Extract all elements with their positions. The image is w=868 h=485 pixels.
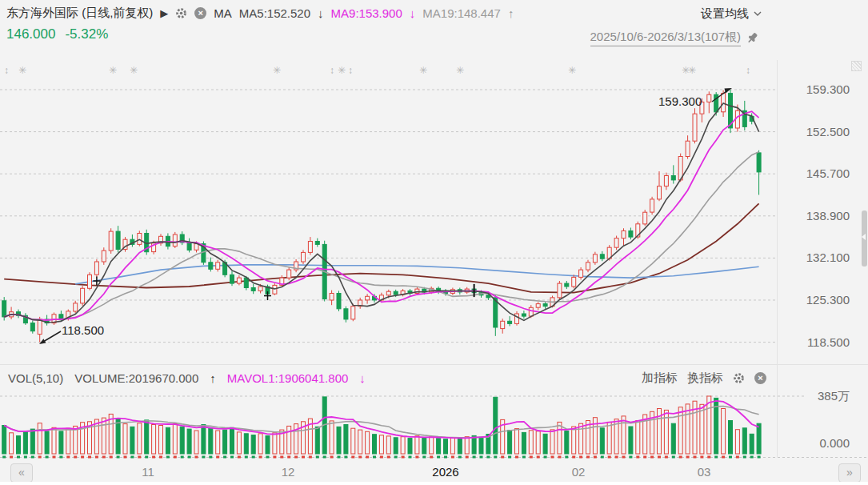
chart-header: 东方海外国际 (日线,前复权) ▶ × MA MA5:152.520 ↓ MA9…: [6, 6, 514, 21]
ma-group-label: MA: [214, 6, 232, 20]
chevron-down-icon: [754, 11, 762, 17]
event-star-icon: ✳: [568, 65, 576, 76]
low-price-annotation: 118.500: [62, 323, 104, 337]
event-star-icon: ✳: [456, 65, 464, 76]
visible-range-label: 2025/10/6-2026/3/13(107根): [590, 30, 741, 46]
high-price-annotation: 159.300: [658, 94, 702, 108]
vol-indicator-label[interactable]: VOL(5,10): [8, 371, 63, 385]
volume-gear-icon[interactable]: [733, 372, 745, 384]
price-axis-label: 132.100: [794, 251, 850, 264]
page-title: 东方海外国际 (日线,前复权): [6, 6, 153, 21]
gear-icon[interactable]: [175, 7, 187, 19]
time-axis-label: 2026: [432, 465, 458, 479]
volume-header: VOL(5,10) VOLUME:2019670.000 ↑ MAVOL1:19…: [8, 371, 366, 385]
mavol-trend-arrow: ↓: [359, 371, 366, 385]
price-axis-label: 145.700: [794, 166, 850, 180]
last-price: 146.000: [6, 26, 55, 42]
stock-chart-app: 159.300152.500145.700138.900132.100125.3…: [0, 0, 868, 485]
volume-trend-arrow: ↑: [210, 371, 216, 385]
event-updown-icon: ↕: [348, 65, 353, 76]
event-updown-icon: ↕: [746, 65, 750, 76]
ma9-value: MA9:153.900: [331, 6, 402, 20]
event-star-icon: ✳: [688, 65, 696, 76]
scroll-right-button[interactable]: »: [838, 463, 861, 483]
event-star-icon: ✳: [338, 65, 346, 76]
time-axis-label: 02: [572, 465, 586, 479]
last-price-row: 146.000 -5.32%: [6, 26, 108, 42]
volume-value: VOLUME:2019670.000: [74, 371, 198, 385]
axis-divider: [777, 60, 778, 457]
volume-close-icon[interactable]: ×: [754, 372, 766, 384]
price-axis-label: 152.500: [794, 125, 850, 138]
add-indicator-button[interactable]: 加指标: [642, 371, 678, 386]
price-axis-label: 159.300: [794, 82, 850, 96]
ma-settings-label: 设置均线: [701, 6, 749, 22]
time-axis-label: 11: [142, 465, 154, 479]
event-updown-icon: ↕: [4, 65, 9, 76]
switch-indicator-button[interactable]: 换指标: [687, 371, 723, 386]
volume-axis-label: 0.000: [794, 436, 850, 450]
ma5-value: MA5:152.520: [239, 6, 310, 20]
resize-handle-icon[interactable]: [851, 61, 862, 71]
ma19-trend-arrow: ↑: [508, 6, 514, 20]
change-percent: -5.32%: [65, 26, 108, 42]
event-star-icon: ✳: [130, 65, 138, 76]
collapse-arrow-icon[interactable]: [862, 234, 866, 240]
time-axis-label: 12: [282, 465, 295, 479]
event-star-icon: ✳: [273, 65, 281, 76]
event-star-icon: ✳: [109, 65, 117, 76]
close-icon[interactable]: ×: [194, 7, 206, 19]
volume-axis-label: 385万: [794, 389, 850, 404]
event-updown-icon: ↕: [330, 65, 334, 76]
event-star-icon: ✳: [419, 65, 427, 76]
scroll-left-button[interactable]: «: [10, 463, 33, 483]
bottom-strip: [0, 482, 868, 485]
pin-icon[interactable]: [746, 32, 758, 44]
volume-header-actions: 加指标 换指标 ×: [642, 371, 766, 386]
mavol-value: MAVOL1:1906041.800: [227, 371, 349, 385]
price-axis-label: 118.500: [794, 335, 850, 349]
visible-range[interactable]: 2025/10/6-2026/3/13(107根): [590, 30, 758, 46]
ma-settings-dropdown[interactable]: 设置均线: [701, 6, 762, 22]
ma5-trend-arrow: ↓: [318, 6, 324, 20]
price-axis-label: 138.900: [794, 209, 850, 222]
price-axis-label: 125.300: [794, 293, 850, 307]
event-star-icon: ✳: [18, 65, 26, 76]
pane-divider: [0, 364, 868, 365]
ma19-value: MA19:148.447: [422, 6, 501, 20]
ma9-trend-arrow: ↓: [410, 6, 416, 20]
time-axis-label: 03: [698, 465, 711, 479]
play-icon[interactable]: ▶: [160, 7, 168, 19]
